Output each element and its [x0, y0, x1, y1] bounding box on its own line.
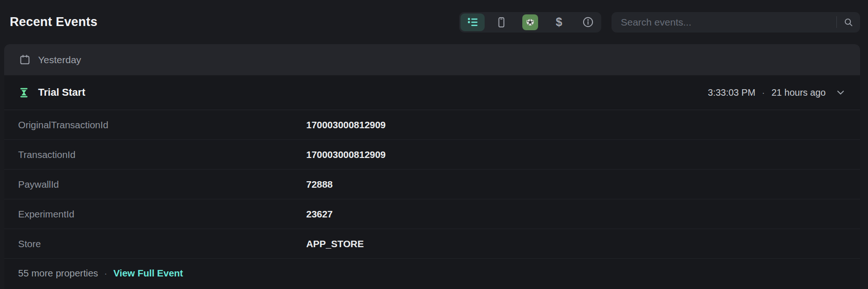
property-key: OriginalTransactionId	[18, 119, 306, 131]
page-header: Recent Events	[0, 0, 868, 44]
chevron-down-icon[interactable]	[835, 87, 846, 98]
property-value: 170003000812909	[306, 149, 386, 160]
search-divider	[836, 16, 837, 28]
events-card: Yesterday Trial Start 3:33:03 PM · 21 ho…	[4, 44, 860, 289]
dollar-icon: $	[556, 16, 562, 28]
device-view-button[interactable]	[489, 13, 513, 31]
event-footer: 55 more properties · View Full Event	[4, 259, 860, 288]
price-view-button[interactable]: $	[547, 13, 571, 31]
search-box	[612, 12, 860, 33]
app-icon	[522, 14, 538, 30]
property-row-transaction-id: TransactionId 170003000812909	[4, 140, 860, 170]
event-row-trial-start[interactable]: Trial Start 3:33:03 PM · 21 hours ago	[4, 75, 860, 110]
property-key: ExperimentId	[18, 209, 306, 220]
event-relative-time: 21 hours ago	[771, 87, 826, 98]
date-group-header: Yesterday	[4, 44, 860, 75]
event-title-group: Trial Start	[18, 86, 85, 99]
more-properties-label: 55 more properties	[18, 268, 98, 279]
view-toggle-toolbar: $	[459, 12, 601, 33]
property-row-paywall-id: PaywallId 72888	[4, 170, 860, 199]
date-group-label: Yesterday	[38, 54, 81, 66]
property-key: TransactionId	[18, 149, 306, 160]
property-row-store: Store APP_STORE	[4, 229, 860, 259]
property-value: 23627	[306, 209, 333, 220]
page-title: Recent Events	[10, 15, 98, 29]
search-icon[interactable]	[843, 17, 854, 27]
property-value: 72888	[306, 179, 333, 190]
property-row-original-transaction-id: OriginalTransactionId 170003000812909	[4, 110, 860, 140]
footer-separator: ·	[104, 268, 107, 279]
property-key: PaywallId	[18, 179, 306, 190]
event-time-separator: ·	[762, 87, 765, 98]
hourglass-icon	[18, 87, 30, 99]
list-view-button[interactable]	[460, 13, 485, 31]
calendar-icon	[19, 54, 31, 66]
property-key: Store	[18, 238, 306, 250]
search-input[interactable]	[612, 17, 836, 28]
info-view-button[interactable]	[576, 13, 600, 31]
event-time-group: 3:33:03 PM · 21 hours ago	[708, 87, 846, 98]
list-view-icon	[467, 16, 479, 28]
property-value: APP_STORE	[306, 238, 364, 250]
view-full-event-link[interactable]: View Full Event	[113, 268, 183, 279]
event-time: 3:33:03 PM	[708, 87, 755, 98]
phone-icon	[495, 16, 507, 28]
app-view-button[interactable]	[518, 13, 542, 31]
event-name: Trial Start	[38, 86, 85, 99]
property-row-experiment-id: ExperimentId 23627	[4, 199, 860, 229]
info-icon	[582, 16, 594, 28]
property-value: 170003000812909	[306, 119, 386, 131]
